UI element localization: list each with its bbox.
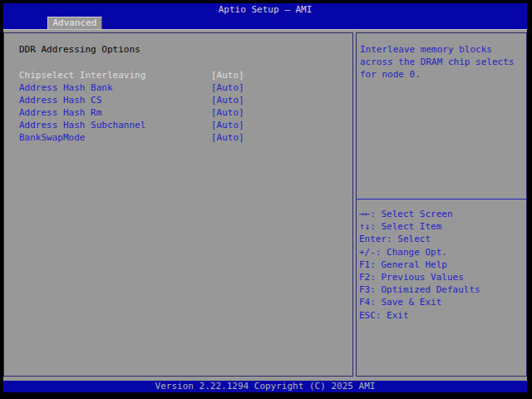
menu-item-value[interactable]: [Auto] <box>211 106 244 119</box>
legend-row: ↑↓: Select Item <box>359 220 480 233</box>
key-legend: →←: Select Screen↑↓: Select ItemEnter: S… <box>359 208 480 322</box>
menu-item-value[interactable]: [Auto] <box>211 69 244 81</box>
version-text: Version 2.22.1294 Copyright (C) 2025 AMI <box>155 381 376 392</box>
bios-setup-screen: Aptio Setup – AMI Advanced DDR Addressin… <box>0 0 532 399</box>
menu-item-label: BankSwapMode <box>19 131 85 144</box>
tab-advanced[interactable]: Advanced <box>47 17 102 29</box>
menu-item[interactable]: BankSwapMode[Auto] <box>4 131 352 144</box>
version-bar: Version 2.22.1294 Copyright (C) 2025 AMI <box>3 381 527 392</box>
menu-item[interactable]: Address Hash Bank[Auto] <box>4 81 352 94</box>
legend-row: →←: Select Screen <box>359 208 480 220</box>
menu-item-label: Address Hash CS <box>19 94 101 106</box>
legend-divider <box>357 199 526 200</box>
tab-advanced-label: Advanced <box>53 17 97 28</box>
menu-item[interactable]: Address Hash Subchannel[Auto] <box>4 119 352 131</box>
menu-item-value[interactable]: [Auto] <box>211 81 244 94</box>
options-list: Chipselect Interleaving[Auto]Address Has… <box>4 69 352 144</box>
menu-item-value[interactable]: [Auto] <box>211 131 244 144</box>
legend-row: F2: Previous Values <box>359 271 480 283</box>
menu-item[interactable]: Chipselect Interleaving[Auto] <box>4 69 352 81</box>
legend-row: Enter: Select <box>359 233 480 245</box>
menu-tab-bar: Advanced <box>3 17 527 29</box>
help-text: Interleave memory blocks across the DRAM… <box>360 43 523 81</box>
menu-item-label: Address Hash Bank <box>19 81 113 94</box>
menu-item-label: Address Hash Subchannel <box>19 119 145 131</box>
screen-inner-frame: Aptio Setup – AMI Advanced DDR Addressin… <box>3 3 527 392</box>
content-area: DDR Addressing Options Chipselect Interl… <box>3 29 527 381</box>
legend-row: F4: Save & Exit <box>359 296 480 308</box>
options-panel: DDR Addressing Options Chipselect Interl… <box>3 32 353 377</box>
menu-item-label: Chipselect Interleaving <box>19 69 145 81</box>
app-title: Aptio Setup – AMI <box>219 4 313 15</box>
menu-item-value[interactable]: [Auto] <box>211 119 244 131</box>
title-bar: Aptio Setup – AMI <box>3 3 527 17</box>
legend-row: +/-: Change Opt. <box>359 246 480 259</box>
menu-item[interactable]: Address Hash CS[Auto] <box>4 94 352 106</box>
menu-item-label: Address Hash Rm <box>19 106 101 119</box>
help-panel: Interleave memory blocks across the DRAM… <box>356 32 527 377</box>
menu-item[interactable]: Address Hash Rm[Auto] <box>4 106 352 119</box>
menu-item-value[interactable]: [Auto] <box>211 94 244 106</box>
legend-row: F3: Optimized Defaults <box>359 283 480 296</box>
legend-row: F1: General Help <box>359 259 480 271</box>
section-title: DDR Addressing Options <box>19 43 140 56</box>
legend-row: ESC: Exit <box>359 309 480 322</box>
